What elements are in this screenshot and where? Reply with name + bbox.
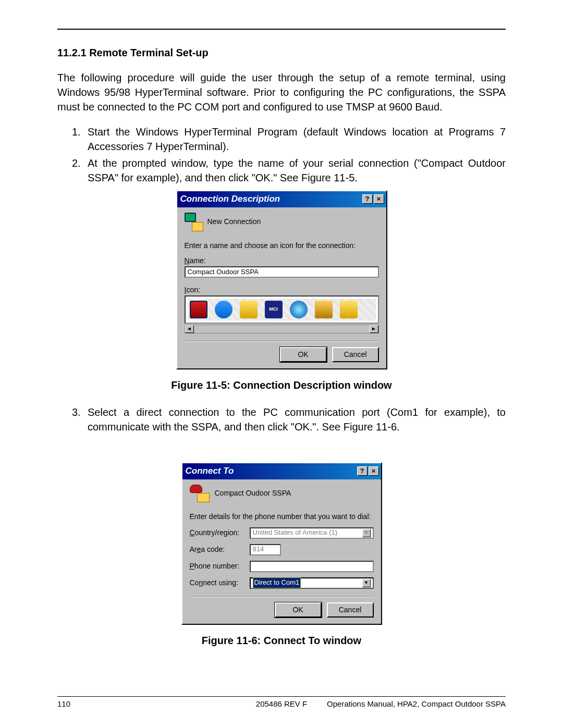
area-code-input[interactable]: 814 xyxy=(250,544,281,556)
connect-using-label: Connect using: xyxy=(190,578,250,588)
bottom-rule xyxy=(57,696,506,697)
figure-11-5: Connection Description ? × New Connectio… xyxy=(57,190,506,369)
dropdown-arrow-icon-2[interactable]: ▼ xyxy=(362,579,371,587)
step-3-marker: 3. xyxy=(72,405,88,434)
icon-picker[interactable] xyxy=(185,295,379,324)
figure-11-6-caption: Figure 11-6: Connect To window xyxy=(57,633,506,648)
icon-scrollbar[interactable]: ◄ ► xyxy=(185,325,379,334)
icon-option-modem[interactable] xyxy=(240,301,258,318)
step-3-text: Select a direct connection to the PC com… xyxy=(88,405,506,434)
figure-11-5-caption: Figure 11-5: Connection Description wind… xyxy=(57,378,506,392)
close-button[interactable]: × xyxy=(374,194,384,204)
page-footer: 110 205486 REV F Operations Manual, HPA2… xyxy=(57,698,506,709)
icon-option-mci[interactable] xyxy=(265,301,283,318)
hyperterminal-icon xyxy=(185,213,203,231)
step-1: 1. Start the Windows HyperTerminal Progr… xyxy=(72,125,506,154)
ok-button-2[interactable]: OK xyxy=(275,602,322,618)
dialog-titlebar[interactable]: Connection Description ? × xyxy=(177,191,386,207)
name-input[interactable] xyxy=(185,266,379,278)
icon-option-fax[interactable] xyxy=(315,301,333,318)
step-list-continued: 3. Select a direct connection to the PC … xyxy=(57,405,506,434)
step-1-text: Start the Windows HyperTerminal Program … xyxy=(88,125,506,154)
top-rule xyxy=(57,29,506,30)
cancel-button-2[interactable]: Cancel xyxy=(327,602,374,618)
instruction-text: Enter a name and choose an icon for the … xyxy=(185,241,379,251)
page-number: 110 xyxy=(57,698,70,709)
connection-description-dialog: Connection Description ? × New Connectio… xyxy=(176,190,387,369)
section-heading: 11.2.1 Remote Terminal Set-up xyxy=(57,45,506,60)
help-button-2[interactable]: ? xyxy=(357,466,368,476)
dropdown-arrow-icon[interactable]: ▼ xyxy=(362,529,371,537)
section-number: 11.2.1 xyxy=(57,47,87,58)
close-button-2[interactable]: × xyxy=(369,466,379,476)
icon-option-phone[interactable] xyxy=(190,301,207,318)
name-label: Name: xyxy=(185,256,379,266)
icon-option-globe[interactable] xyxy=(215,301,232,318)
section-title: Remote Terminal Set-up xyxy=(89,47,209,58)
area-code-value: 814 xyxy=(253,545,264,554)
doc-id: 205486 REV F xyxy=(256,698,307,709)
cancel-button[interactable]: Cancel xyxy=(332,347,379,363)
phone-number-label: Phone number: xyxy=(190,561,250,572)
icon-option-att[interactable] xyxy=(290,301,308,318)
connection-phone-icon xyxy=(190,485,211,502)
figure-11-6: Connect To ? × Compact Oudoor SSPA Enter… xyxy=(57,462,506,625)
dialog2-titlebar[interactable]: Connect To ? × xyxy=(182,463,381,479)
country-label: Country/region: xyxy=(190,528,250,538)
area-code-label: Area code: xyxy=(190,545,250,555)
ok-button[interactable]: OK xyxy=(280,347,327,363)
connection-name-label: Compact Oudoor SSPA xyxy=(215,488,291,499)
intro-paragraph: The following procedure will guide the u… xyxy=(57,70,506,114)
country-combo[interactable]: United States of America (1) ▼ xyxy=(250,527,374,539)
step-3: 3. Select a direct connection to the PC … xyxy=(72,405,506,434)
step-list: 1. Start the Windows HyperTerminal Progr… xyxy=(57,125,506,185)
connect-using-value: Direct to Com1 xyxy=(253,577,301,588)
phone-number-input[interactable] xyxy=(250,561,374,572)
scroll-left-button[interactable]: ◄ xyxy=(185,325,194,333)
dial-instruction-text: Enter details for the phone number that … xyxy=(190,512,374,522)
connect-using-combo[interactable]: Direct to Com1 ▼ xyxy=(250,577,374,589)
country-value: United States of America (1) xyxy=(253,528,338,537)
help-button[interactable]: ? xyxy=(362,194,373,204)
icon-option-handset[interactable] xyxy=(340,301,358,318)
step-2-marker: 2. xyxy=(72,156,88,185)
connect-to-dialog: Connect To ? × Compact Oudoor SSPA Enter… xyxy=(181,462,382,625)
doc-title: Operations Manual, HPA2, Compact Outdoor… xyxy=(327,698,506,709)
icon-label: Icon: xyxy=(185,285,379,295)
step-1-marker: 1. xyxy=(72,125,88,154)
scroll-right-button[interactable]: ► xyxy=(370,325,378,333)
dialog-title: Connection Description xyxy=(180,193,361,205)
step-2: 2. At the prompted window, type the name… xyxy=(72,156,506,185)
step-2-text: At the prompted window, type the name of… xyxy=(88,156,506,185)
new-connection-label: New Connection xyxy=(207,217,261,227)
dialog2-title: Connect To xyxy=(186,465,356,477)
